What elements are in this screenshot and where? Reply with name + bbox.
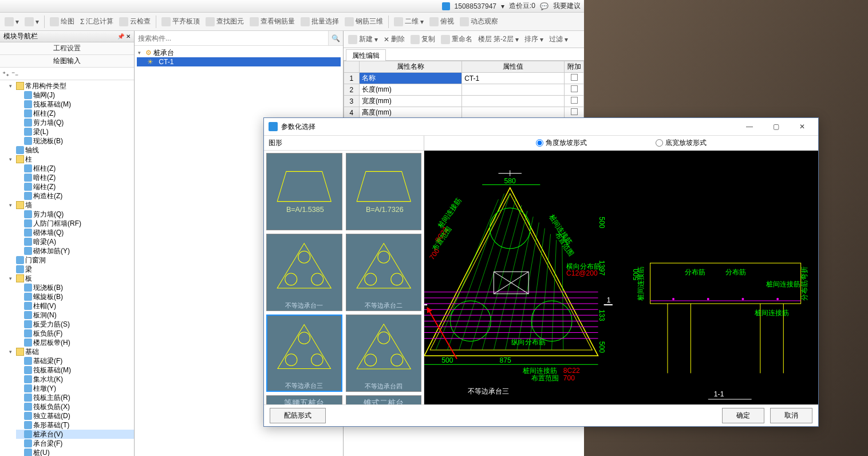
- redo-button[interactable]: ▾: [22, 16, 41, 27]
- tree-item[interactable]: 楼层板带(H): [16, 338, 134, 347]
- rename-button[interactable]: 重命名: [439, 33, 475, 45]
- thumbnail[interactable]: 不等边承台四: [346, 315, 422, 392]
- cancel-button[interactable]: 取消: [770, 408, 812, 423]
- view-2d-button[interactable]: 二维▾: [392, 15, 426, 27]
- minimize-button[interactable]: —: [738, 120, 761, 133]
- svg-point-15: [311, 354, 323, 366]
- tree-item[interactable]: 构造柱(Z): [16, 191, 134, 201]
- copy-button[interactable]: 复制: [408, 33, 437, 45]
- slope-mode-radios: 角度放坡形式 底宽放坡形式: [424, 136, 818, 151]
- tree-item[interactable]: 轴网(J): [16, 91, 134, 100]
- tree-item[interactable]: 框柱(Z): [16, 164, 134, 173]
- tree-item[interactable]: 板负筋(F): [16, 329, 134, 338]
- tree-item[interactable]: ▾柱: [8, 155, 134, 164]
- radio-width[interactable]: 底宽放坡形式: [656, 138, 707, 148]
- thumbnail[interactable]: 不等边承台二: [346, 234, 422, 311]
- suggest-link[interactable]: 我要建议: [553, 1, 581, 11]
- undo-button[interactable]: ▾: [2, 16, 21, 27]
- thumbnail[interactable]: 等腰五桩台: [266, 395, 342, 404]
- tree-item[interactable]: 柱帽(V): [16, 301, 134, 310]
- ok-button[interactable]: 确定: [722, 408, 764, 423]
- tree-item[interactable]: 梁: [8, 265, 134, 274]
- tree-item[interactable]: 桩承台(V): [16, 430, 134, 439]
- overlook-button[interactable]: 俯视: [427, 15, 456, 27]
- tree-item[interactable]: 筏板基础(M): [16, 100, 134, 109]
- parametric-dialog: 参数化选择 — ▢ ✕ 图形 B=A/1.5385B=A/1.7326不等边承台…: [263, 117, 819, 427]
- tree-item[interactable]: 轴线: [8, 146, 134, 155]
- collapse-icon[interactable]: ⁻₋: [11, 70, 18, 78]
- svg-text:500: 500: [632, 269, 640, 280]
- radio-angle[interactable]: 角度放坡形式: [536, 138, 587, 148]
- tree-item[interactable]: 剪力墙(Q): [16, 118, 134, 127]
- tree-item[interactable]: 桩(U): [16, 448, 134, 456]
- delete-button[interactable]: ✕删除: [381, 33, 407, 45]
- tree-item[interactable]: 柱墩(Y): [16, 384, 134, 393]
- tree-item[interactable]: 条形基础(T): [16, 420, 134, 430]
- tree-item[interactable]: 螺旋板(B): [16, 292, 134, 301]
- tree-item[interactable]: 承台梁(F): [16, 439, 134, 448]
- find-view-button[interactable]: 查找图元: [203, 15, 246, 27]
- tree-item[interactable]: 剪力墙(Q): [16, 210, 134, 219]
- tree-item[interactable]: 基础梁(F): [16, 356, 134, 365]
- rebar-3d-button[interactable]: 钢筋三维: [342, 15, 385, 27]
- search-button[interactable]: 🔍: [328, 31, 343, 45]
- new-button[interactable]: 新建▾: [346, 33, 380, 45]
- tree-item[interactable]: 现浇板(B): [16, 136, 134, 146]
- prop-tab[interactable]: 属性编辑: [344, 48, 584, 61]
- tree-item[interactable]: 筏板主筋(R): [16, 393, 134, 402]
- cloud-check-button[interactable]: 云检查: [117, 15, 153, 27]
- tree-item[interactable]: 独立基础(D): [16, 411, 134, 420]
- maximize-button[interactable]: ▢: [764, 120, 787, 133]
- thumbnail[interactable]: 锥式二桩台: [346, 395, 422, 404]
- svg-point-14: [285, 354, 297, 366]
- svg-text:500: 500: [441, 356, 453, 364]
- nav-proj-settings[interactable]: 工程设置: [0, 42, 134, 55]
- tree-item[interactable]: 集水坑(K): [16, 375, 134, 384]
- tree-item[interactable]: 现浇板(B): [16, 283, 134, 292]
- pin-icon[interactable]: 📌 ✕: [117, 33, 131, 40]
- sum-button[interactable]: Σ 汇总计算: [78, 15, 116, 27]
- tree-item[interactable]: 砌体加筋(Y): [16, 246, 134, 255]
- svg-text:纵向分布筋: 纵向分布筋: [511, 338, 546, 346]
- sort-button[interactable]: 排序▾: [522, 33, 546, 45]
- preview-canvas[interactable]: 580: [424, 151, 818, 404]
- svg-text:桩间连接筋: 桩间连接筋: [754, 309, 789, 317]
- thumbnail-grid[interactable]: B=A/1.5385B=A/1.7326不等边承台一不等边承台二不等边承台三不等…: [264, 151, 424, 404]
- tree-item[interactable]: 暗柱(Z): [16, 173, 134, 182]
- dynamic-view-button[interactable]: 动态观察: [457, 15, 500, 27]
- tree-item[interactable]: ▾常用构件类型: [8, 81, 134, 91]
- svg-text:分布筋: 分布筋: [685, 268, 705, 276]
- tree-item[interactable]: 人防门框墙(RF): [16, 219, 134, 228]
- nav-draw-input[interactable]: 绘图输入: [0, 55, 134, 68]
- tree-item[interactable]: 暗梁(A): [16, 237, 134, 246]
- filter-button[interactable]: 过滤▾: [547, 33, 570, 45]
- tree-item[interactable]: ▾板: [8, 274, 134, 283]
- tree-item[interactable]: 筏板基础(M): [16, 365, 134, 375]
- tree-item[interactable]: ▾墙: [8, 201, 134, 210]
- batch-select-button[interactable]: 批量选择: [298, 15, 341, 27]
- tree-item[interactable]: ▾基础: [8, 347, 134, 356]
- thumbnail[interactable]: B=A/1.7326: [346, 153, 422, 230]
- draw-button[interactable]: 绘图: [48, 15, 77, 27]
- svg-line-34: [528, 229, 545, 350]
- thumbnail[interactable]: 不等边承台三: [266, 315, 342, 392]
- tree-item[interactable]: 板洞(N): [16, 310, 134, 320]
- rebar-form-button[interactable]: 配筋形式: [270, 408, 326, 423]
- tree-item[interactable]: 板受力筋(S): [16, 320, 134, 329]
- tree-item[interactable]: 端柱(Z): [16, 182, 134, 191]
- close-button[interactable]: ✕: [791, 120, 814, 133]
- expand-icon[interactable]: ⁺₊: [2, 70, 9, 78]
- tree-item[interactable]: 砌体墙(Q): [16, 228, 134, 237]
- component-type-tree[interactable]: ▾常用构件类型轴网(J)筏板基础(M)框柱(Z)剪力墙(Q)梁(L)现浇板(B)…: [0, 80, 134, 456]
- tree-item[interactable]: 门窗洞: [8, 255, 134, 265]
- search-input[interactable]: [135, 31, 328, 45]
- flush-top-button[interactable]: 平齐板顶: [159, 15, 202, 27]
- tree-item[interactable]: 梁(L): [16, 127, 134, 136]
- floor-select[interactable]: 楼层 第-2层▾: [476, 33, 521, 45]
- nav-panel: 模块导航栏 📌 ✕ 工程设置 绘图输入 ⁺₊ ⁻₋ ▾常用构件类型轴网(J)筏板…: [0, 31, 135, 456]
- thumbnail[interactable]: 不等边承台一: [266, 234, 342, 311]
- tree-item[interactable]: 框柱(Z): [16, 109, 134, 118]
- thumbnail[interactable]: B=A/1.5385: [266, 153, 342, 230]
- tree-item[interactable]: 筏板负筋(X): [16, 402, 134, 411]
- view-rebar-button[interactable]: 查看钢筋量: [247, 15, 297, 27]
